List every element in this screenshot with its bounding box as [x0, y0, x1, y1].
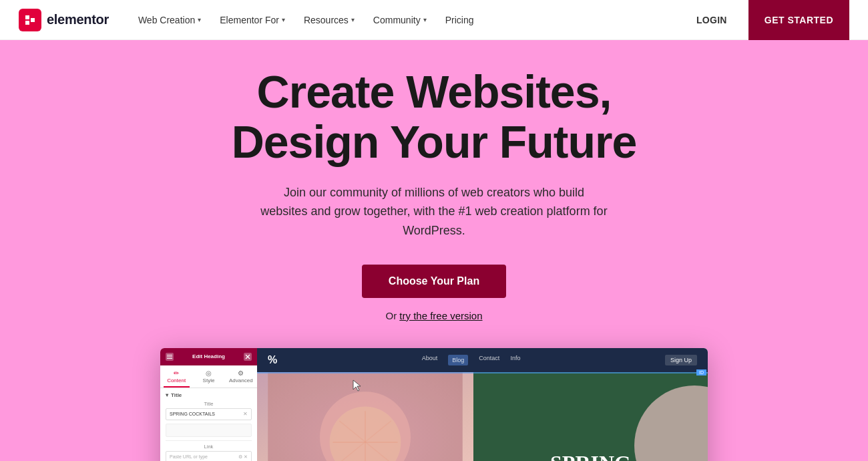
link-field: [166, 424, 252, 437]
pencil-icon: ✏: [163, 369, 190, 377]
panel-topbar: Edit Heading: [160, 348, 257, 365]
selection-indicator: [257, 372, 708, 373]
elementor-panel: Edit Heading ✏ Content ◎ Style ⚙ Advance…: [160, 348, 257, 461]
nav-item-elementor-for[interactable]: Elementor For ▾: [212, 11, 293, 29]
svg-rect-2: [31, 18, 35, 22]
svg-rect-1: [25, 21, 29, 25]
hero-subtitle: Join our community of millions of web cr…: [260, 183, 608, 241]
site-content: SPRING COCKTAILS: [257, 372, 708, 461]
logo-icon: [19, 9, 41, 31]
login-button[interactable]: LOGIN: [686, 11, 738, 29]
nav-item-web-creation[interactable]: Web Creation ▾: [130, 11, 209, 29]
logo-link[interactable]: elementor: [19, 9, 109, 31]
nav-right: LOGIN GET STARTED: [686, 0, 849, 40]
chevron-down-icon: ▾: [423, 16, 427, 23]
tab-style[interactable]: ◎ Style: [192, 365, 224, 388]
chevron-down-icon: ▾: [351, 16, 355, 23]
free-version-line: Or try the free version: [385, 310, 482, 321]
panel-tabs: ✏ Content ◎ Style ⚙ Advanced: [160, 365, 257, 388]
svg-rect-0: [25, 15, 29, 19]
svg-rect-15: [268, 372, 462, 461]
panel-content: Title Title SPRING COCKTAILS ✕ Link Past…: [160, 388, 257, 461]
nav-item-community[interactable]: Community ▾: [365, 11, 435, 29]
choose-plan-button[interactable]: Choose Your Plan: [362, 265, 506, 298]
nav-item-resources[interactable]: Resources ▾: [296, 11, 363, 29]
site-navbar: % About Blog Contact Info Sign Up: [257, 348, 708, 372]
get-started-button[interactable]: GET STARTED: [748, 0, 849, 40]
cocktail-image: [257, 372, 473, 461]
close-panel-icon[interactable]: [244, 353, 252, 361]
nav-item-pricing[interactable]: Pricing: [437, 11, 482, 29]
free-version-link[interactable]: try the free version: [399, 310, 482, 321]
cursor-icon: [352, 379, 363, 395]
decorative-circle: [634, 386, 708, 461]
editor-preview: Edit Heading ✏ Content ◎ Style ⚙ Advance…: [160, 348, 708, 461]
title-input[interactable]: SPRING COCKTAILS ✕: [166, 408, 252, 420]
svg-rect-5: [167, 358, 172, 359]
svg-rect-4: [167, 356, 172, 357]
site-nav-links: About Blog Contact Info: [422, 355, 521, 365]
nav-links: Web Creation ▾ Elementor For ▾ Resources…: [130, 11, 686, 29]
tab-advanced[interactable]: ⚙ Advanced: [225, 365, 257, 388]
navbar: elementor Web Creation ▾ Elementor For ▾…: [0, 0, 868, 40]
site-nav-signup: Sign Up: [665, 355, 697, 365]
site-nav-info: Info: [510, 355, 520, 365]
clear-icon[interactable]: ✕: [243, 411, 248, 417]
hamburger-icon[interactable]: [166, 353, 174, 361]
palette-icon: ◎: [195, 369, 222, 377]
tab-content[interactable]: ✏ Content: [160, 365, 192, 388]
title-field: Title SPRING COCKTAILS ✕: [166, 401, 252, 420]
site-nav-blog: Blog: [448, 355, 468, 365]
chevron-down-icon: ▾: [282, 16, 285, 23]
section-title-label: Title: [166, 392, 252, 398]
panel-title: Edit Heading: [192, 353, 225, 359]
site-nav-about: About: [422, 355, 438, 365]
link-input[interactable]: Paste URL or type ⚙ ✕: [166, 451, 252, 461]
site-heading: SPRING COCKTAILS: [487, 452, 694, 461]
link-url-field: Link Paste URL or type ⚙ ✕: [166, 444, 252, 461]
link-actions: ⚙ ✕: [238, 454, 248, 460]
divider: [166, 440, 252, 441]
site-nav-contact: Contact: [479, 355, 499, 365]
svg-rect-3: [167, 355, 172, 355]
hero-title: Create Websites, Design Your Future: [232, 67, 637, 167]
site-left-image: [257, 372, 473, 461]
site-logo: %: [268, 354, 277, 366]
gear-icon: ⚙: [228, 369, 254, 377]
selection-label: ID: [696, 369, 706, 375]
site-right-panel: SPRING COCKTAILS: [473, 372, 708, 461]
chevron-down-icon: ▾: [198, 16, 201, 23]
site-preview: % About Blog Contact Info Sign Up: [257, 348, 708, 461]
hero-section: Create Websites, Design Your Future Join…: [0, 0, 868, 461]
logo-text: elementor: [47, 12, 109, 27]
